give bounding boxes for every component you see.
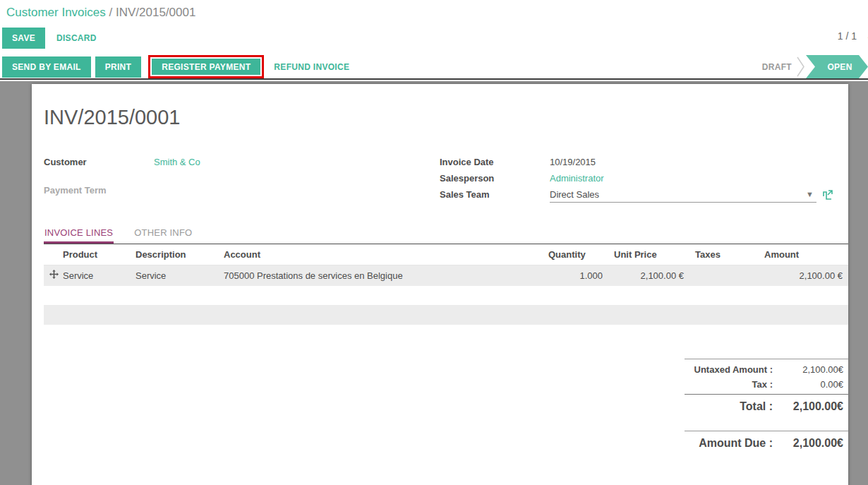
salesperson-value-link[interactable]: Administrator [550,173,604,184]
edit-actions: SAVE DISCARD [2,28,97,49]
invoice-date-value[interactable]: 10/19/2015 [550,157,596,167]
print-button[interactable]: PRINT [95,56,142,78]
field-customer: Customer Smith & Co [44,154,440,170]
empty-line-row [44,305,848,325]
register-payment-highlight: REGISTER PAYMENT [148,55,264,78]
pager-count: 1 / 1 [838,30,857,42]
field-salesperson: Salesperson Administrator [440,170,833,186]
action-buttons: SEND BY EMAIL PRINT REGISTER PAYMENT REF… [0,55,349,78]
breadcrumb-separator: / [109,6,116,19]
invoice-sheet: INV/2015/0001 Customer Smith & Co Paymen… [32,84,848,485]
discard-button[interactable]: DISCARD [56,33,97,43]
untaxed-amount-row: Untaxed Amount : 2,100.00€ [685,362,848,377]
field-groups: Customer Smith & Co Payment Term Invoice… [44,154,848,203]
table-header-row: Product Description Account Quantity Uni… [44,244,848,265]
drag-handle[interactable] [44,265,57,286]
untaxed-amount-value: 2,100.00€ [773,364,843,375]
status-draft[interactable]: DRAFT [762,55,796,78]
amount-due-block: Amount Due : 2,100.00€ [685,431,848,455]
column-header-taxes: Taxes [689,244,759,265]
tab-invoice-lines[interactable]: INVOICE LINES [44,227,114,244]
breadcrumb-current: INV/2015/0001 [116,6,195,19]
move-cross-icon [49,270,59,279]
sales-team-input[interactable]: Direct Sales ▼ [550,187,816,203]
total-row: Total : 2,100.00€ [685,395,848,419]
total-value: 2,100.00€ [773,400,843,413]
column-header-amount: Amount [759,244,848,265]
breadcrumb-parent-link[interactable]: Customer Invoices [6,6,106,19]
external-link-icon[interactable] [823,190,833,200]
amount-due-row: Amount Due : 2,100.00€ [685,431,848,455]
breadcrumb: Customer Invoices / INV/2015/0001 [6,6,195,20]
tax-row: Tax : 0.00€ [685,377,848,392]
customer-label: Customer [44,157,154,167]
field-invoice-date: Invoice Date 10/19/2015 [440,154,833,170]
invoice-date-label: Invoice Date [440,157,550,167]
cell-amount[interactable]: 2,100.00 € [759,265,848,286]
invoice-lines-table: Product Description Account Quantity Uni… [44,244,848,286]
chevron-down-icon[interactable]: ▼ [803,190,816,198]
totals-summary: Untaxed Amount : 2,100.00€ Tax : 0.00€ T… [685,359,848,455]
save-button[interactable]: SAVE [2,28,45,49]
action-bar: SEND BY EMAIL PRINT REGISTER PAYMENT REF… [0,55,868,80]
register-payment-button[interactable]: REGISTER PAYMENT [152,59,260,75]
salesperson-label: Salesperson [440,173,550,184]
invoice-title: INV/2015/0001 [44,105,848,129]
refund-invoice-button[interactable]: REFUND INVOICE [274,62,349,72]
column-header-product: Product [57,244,130,265]
notebook-tabs: INVOICE LINES OTHER INFO [44,227,848,244]
field-payment-term: Payment Term [44,182,440,198]
chevron-right-icon [796,55,806,78]
total-label: Total : [685,400,773,413]
tab-other-info[interactable]: OTHER INFO [133,227,193,244]
handle-column-header [44,244,57,265]
cell-account[interactable]: 705000 Prestations de services en Belgiq… [218,265,543,286]
send-by-email-button[interactable]: SEND BY EMAIL [2,56,91,78]
statusbar: DRAFT OPEN [762,55,868,78]
tax-value: 0.00€ [773,379,843,390]
amount-due-label: Amount Due : [685,437,773,450]
payment-term-label: Payment Term [44,185,154,196]
cell-quantity[interactable]: 1.000 [543,265,608,286]
tax-label: Tax : [685,379,773,390]
column-header-account: Account [218,244,543,265]
table-row: Service Service 705000 Prestations de se… [44,265,848,286]
column-header-quantity: Quantity [543,244,608,265]
customer-value-link[interactable]: Smith & Co [154,157,200,167]
cell-product[interactable]: Service [57,265,130,286]
cell-description[interactable]: Service [130,265,218,286]
cell-taxes[interactable] [689,265,759,286]
cell-unit-price[interactable]: 2,100.00 € [608,265,689,286]
sales-team-label: Sales Team [440,189,550,200]
untaxed-amount-label: Untaxed Amount : [685,364,773,375]
field-sales-team: Sales Team Direct Sales ▼ [440,186,833,203]
column-header-unit-price: Unit Price [608,244,689,265]
column-header-description: Description [130,244,218,265]
page-background: INV/2015/0001 Customer Smith & Co Paymen… [0,81,868,485]
status-open[interactable]: OPEN [806,55,868,78]
sales-team-value: Direct Sales [550,189,803,200]
amount-due-value: 2,100.00€ [773,437,843,450]
